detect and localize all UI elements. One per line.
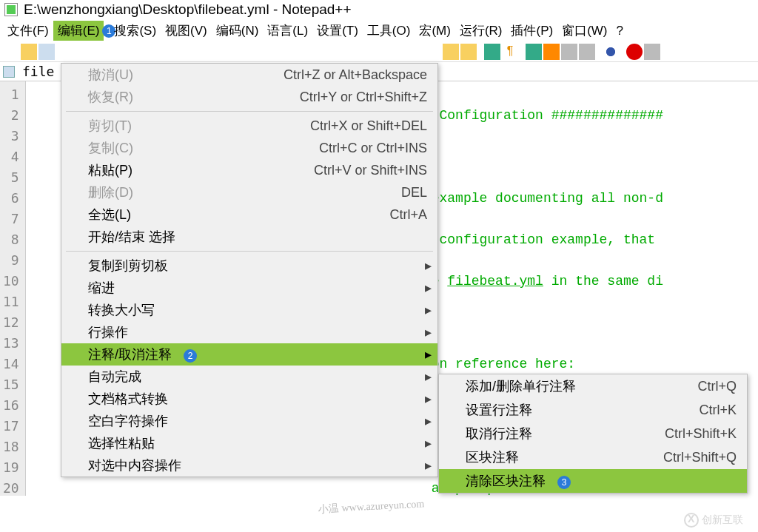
edit-menu: 撤消(U)Ctrl+Z or Alt+Backspace 恢复(R)Ctrl+Y…: [61, 63, 438, 477]
menu-language[interactable]: 语言(L): [263, 21, 312, 41]
menu-comment[interactable]: 注释/取消注释 2▸: [61, 343, 437, 366]
submenu-toggle-single[interactable]: 添加/删除单行注释Ctrl+Q: [439, 374, 747, 398]
chevron-right-icon: ▸: [425, 368, 432, 385]
menu-bar: 文件(F) 编辑(E) 1 搜索(S) 视图(V) 编码(N) 语言(L) 设置…: [0, 19, 758, 42]
menu-cut[interactable]: 剪切(T)Ctrl+X or Shift+DEL: [61, 115, 437, 137]
stop-macro-icon[interactable]: [644, 44, 660, 60]
menu-selectall[interactable]: 全选(L)Ctrl+A: [61, 203, 437, 226]
menu-copy[interactable]: 复制(C)Ctrl+C or Ctrl+INS: [61, 137, 437, 159]
chevron-right-icon: ▸: [425, 257, 432, 274]
monitor-icon[interactable]: [603, 44, 619, 60]
badge-3: 3: [557, 476, 571, 489]
menu-indent[interactable]: 缩进▸: [61, 277, 437, 299]
app-icon: [4, 3, 18, 16]
record-macro-icon[interactable]: [626, 44, 643, 60]
doc-map-icon[interactable]: [561, 44, 577, 60]
chevron-right-icon: ▸: [425, 457, 432, 474]
menu-paste[interactable]: 粘贴(P)Ctrl+V or Shift+INS: [61, 159, 437, 181]
menu-caseconv[interactable]: 转换大小写▸: [61, 299, 437, 321]
menu-autocomplete[interactable]: 自动完成▸: [61, 366, 437, 388]
menu-selpaste[interactable]: 选择性粘贴▸: [61, 432, 437, 454]
chevron-right-icon: ▸: [425, 324, 432, 340]
filebeat-yml-link[interactable]: filebeat.yml: [447, 274, 543, 289]
chevron-right-icon: ▸: [425, 346, 432, 363]
menu-undo[interactable]: 撤消(U)Ctrl+Z or Alt+Backspace: [61, 64, 437, 86]
menu-whitespace[interactable]: 空白字符操作▸: [61, 410, 437, 432]
doc-list-icon[interactable]: [579, 44, 595, 60]
menu-edit[interactable]: 编辑(E): [53, 21, 104, 41]
badge-2: 2: [184, 349, 197, 363]
outdent-icon[interactable]: [526, 44, 542, 60]
watermark: 创新互联: [684, 513, 743, 528]
menu-beginend[interactable]: 开始/结束 选择: [61, 226, 437, 248]
chevron-right-icon: ▸: [425, 435, 432, 451]
chevron-right-icon: ▸: [425, 413, 432, 429]
title-bar: E:\wenzhongxiang\Desktop\filebeat.yml - …: [0, 0, 758, 19]
chevron-right-icon: ▸: [425, 391, 432, 407]
menu-delete[interactable]: 删除(D)DEL: [61, 181, 437, 203]
menu-redo[interactable]: 恢复(R)Ctrl+Y or Ctrl+Shift+Z: [61, 86, 437, 108]
window-title: E:\wenzhongxiang\Desktop\filebeat.yml - …: [24, 1, 352, 18]
menu-window[interactable]: 窗口(W): [557, 21, 611, 41]
tab-icon: [3, 66, 15, 78]
menu-run[interactable]: 运行(R): [455, 21, 507, 41]
submenu-set-line[interactable]: 设置行注释Ctrl+K: [439, 398, 747, 422]
menu-view[interactable]: 视图(V): [161, 21, 212, 41]
menu-macro[interactable]: 宏(M): [415, 21, 455, 41]
pilcrow-icon[interactable]: ¶: [502, 44, 518, 60]
func-list-icon[interactable]: [543, 44, 560, 60]
line-number-gutter: 1234567891011121314151617181920: [0, 81, 26, 496]
save-icon[interactable]: [38, 44, 55, 60]
open-file-icon[interactable]: [21, 44, 37, 60]
menu-docfmt[interactable]: 文档格式转换▸: [61, 388, 437, 410]
watermark-logo-icon: [684, 513, 699, 528]
menu-selopts[interactable]: 对选中内容操作▸: [61, 454, 437, 477]
lock2-icon[interactable]: [460, 44, 477, 60]
menu-encoding[interactable]: 编码(N): [212, 21, 264, 41]
comment-submenu: 添加/删除单行注释Ctrl+Q 设置行注释Ctrl+K 取消行注释Ctrl+Sh…: [438, 374, 748, 494]
menu-clipboard[interactable]: 复制到剪切板▸: [61, 255, 437, 277]
indent-icon[interactable]: [484, 44, 500, 60]
chevron-right-icon: ▸: [425, 280, 432, 296]
lock-icon[interactable]: [443, 44, 459, 60]
submenu-clear-block[interactable]: 清除区块注释 3: [439, 469, 747, 493]
menu-help[interactable]: ?: [612, 22, 628, 40]
menu-settings[interactable]: 设置(T): [312, 21, 363, 41]
submenu-block[interactable]: 区块注释Ctrl+Shift+Q: [439, 445, 747, 469]
menu-file[interactable]: 文件(F): [3, 21, 53, 41]
tab-name[interactable]: file: [18, 62, 58, 81]
menu-plugins[interactable]: 插件(P): [506, 21, 557, 41]
chevron-right-icon: ▸: [425, 302, 432, 318]
menu-lineops[interactable]: 行操作▸: [61, 321, 437, 343]
menu-search[interactable]: 搜索(S): [110, 21, 161, 41]
submenu-unset-line[interactable]: 取消行注释Ctrl+Shift+K: [439, 422, 747, 445]
toolbar: ¶: [0, 42, 758, 62]
menu-tools[interactable]: 工具(O): [363, 21, 415, 41]
new-file-icon[interactable]: [3, 44, 19, 60]
